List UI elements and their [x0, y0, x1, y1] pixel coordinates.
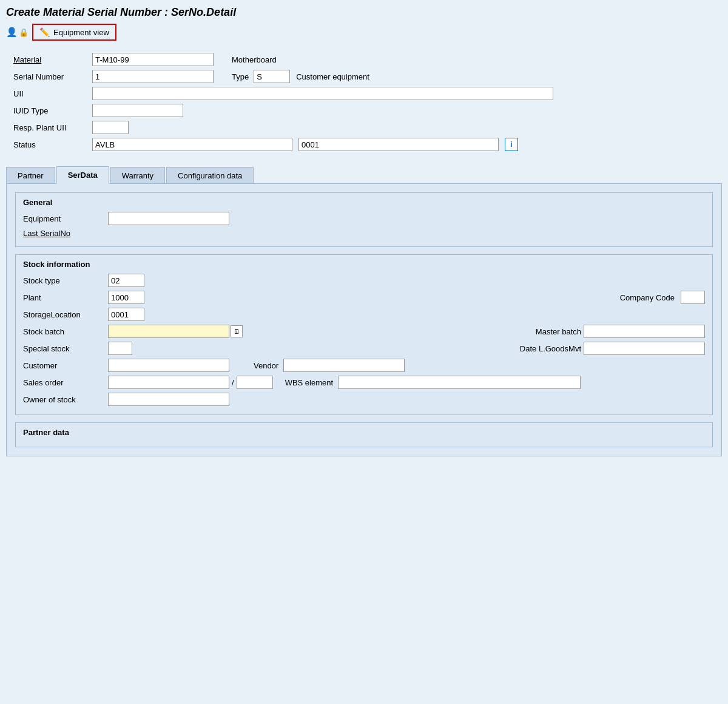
stock-type-row: Stock type — [23, 274, 705, 287]
equipment-view-label: Equipment view — [53, 28, 109, 37]
stock-section: Stock information Stock type Plant Compa… — [15, 254, 713, 415]
type-label: Type — [232, 72, 249, 81]
main-form: Material Motherboard Serial Number Type … — [6, 48, 722, 160]
master-batch-label: Master batch — [536, 327, 581, 336]
sales-order-label: Sales order — [23, 378, 108, 387]
toolbar-icons: 👤 🔒 — [6, 27, 29, 38]
equipment-view-button[interactable]: ✏️ Equipment view — [32, 24, 116, 41]
storage-location-row: StorageLocation — [23, 308, 705, 321]
status-code-input[interactable] — [298, 138, 499, 151]
general-section-title: General — [23, 198, 705, 207]
last-serial-no-label[interactable]: Last SerialNo — [23, 229, 108, 238]
type-input[interactable] — [254, 70, 290, 83]
vendor-input[interactable] — [283, 359, 405, 372]
lock-icon: 🔒 — [19, 28, 29, 37]
owner-of-stock-row: Owner of stock — [23, 393, 705, 406]
wbs-element-input[interactable] — [338, 376, 581, 389]
stock-type-input[interactable] — [108, 274, 144, 287]
toolbar: 👤 🔒 ✏️ Equipment view — [6, 24, 722, 41]
partner-data-title: Partner data — [23, 428, 705, 437]
resp-plant-uii-label: Resp. Plant UII — [13, 123, 92, 132]
status-label: Status — [13, 140, 92, 149]
iuid-type-row: IUID Type — [13, 104, 715, 117]
customer-vendor-row: Customer Vendor — [23, 359, 705, 372]
plant-row: Plant Company Code — [23, 291, 705, 304]
page-title: Create Material Serial Number : SerNo.De… — [6, 6, 722, 19]
date-goods-mvt-label: Date L.GoodsMvt — [520, 344, 581, 353]
storage-location-input[interactable] — [108, 308, 144, 321]
plant-label: Plant — [23, 293, 108, 302]
master-batch-input[interactable] — [584, 325, 705, 338]
stock-type-label: Stock type — [23, 276, 108, 285]
info-button[interactable]: i — [505, 138, 518, 151]
stock-batch-input[interactable] — [108, 325, 229, 338]
tab-content-serdata: General Equipment Last SerialNo Stock in… — [6, 183, 722, 456]
tab-serdata[interactable]: SerData — [56, 166, 109, 184]
iuid-type-label: IUID Type — [13, 106, 92, 115]
tab-warranty[interactable]: Warranty — [110, 167, 165, 184]
general-section: General Equipment Last SerialNo — [15, 192, 713, 247]
uii-input[interactable] — [92, 87, 553, 100]
stock-section-title: Stock information — [23, 260, 705, 269]
material-input[interactable] — [92, 53, 214, 66]
person-icon: 👤 — [6, 27, 18, 38]
partner-data-section: Partner data — [15, 422, 713, 447]
storage-location-label: StorageLocation — [23, 310, 108, 319]
tabs-container: Partner SerData Warranty Configuration d… — [6, 166, 722, 456]
special-stock-input[interactable] — [108, 342, 132, 355]
date-goods-mvt-input[interactable] — [584, 342, 705, 355]
iuid-type-input[interactable] — [92, 104, 183, 117]
uii-row: UII — [13, 87, 715, 100]
owner-of-stock-label: Owner of stock — [23, 395, 108, 404]
equipment-row: Equipment — [23, 212, 705, 225]
serial-number-label: Serial Number — [13, 72, 92, 81]
company-code-label: Company Code — [620, 293, 675, 302]
equipment-input[interactable] — [108, 212, 229, 225]
tab-configuration[interactable]: Configuration data — [166, 167, 254, 184]
material-desc: Motherboard — [232, 55, 277, 64]
stock-batch-label: Stock batch — [23, 327, 108, 336]
slash-separator: / — [232, 378, 234, 387]
stock-batch-row: Stock batch 🗓 Master batch — [23, 325, 705, 338]
wbs-element-label: WBS element — [285, 378, 333, 387]
plant-input[interactable] — [108, 291, 144, 304]
calendar-icon[interactable]: 🗓 — [231, 325, 243, 337]
serial-number-input[interactable] — [92, 70, 214, 83]
sales-order-input[interactable] — [108, 376, 229, 389]
customer-label: Customer — [23, 361, 108, 370]
special-stock-row: Special stock Date L.GoodsMvt — [23, 342, 705, 355]
type-desc: Customer equipment — [296, 72, 369, 81]
resp-plant-uii-row: Resp. Plant UII — [13, 121, 715, 134]
vendor-label: Vendor — [254, 361, 278, 370]
pencil-icon: ✏️ — [39, 27, 50, 37]
uii-label: UII — [13, 89, 92, 98]
status-row: Status i — [13, 138, 715, 151]
material-row: Material Motherboard — [13, 53, 715, 66]
serial-number-row: Serial Number Type Customer equipment — [13, 70, 715, 83]
sales-order-item-input[interactable] — [237, 376, 273, 389]
special-stock-label: Special stock — [23, 344, 108, 353]
material-label[interactable]: Material — [13, 55, 92, 64]
sales-order-row: Sales order / WBS element — [23, 376, 705, 389]
tab-partner[interactable]: Partner — [6, 167, 55, 184]
last-serial-no-row: Last SerialNo — [23, 229, 705, 238]
company-code-input[interactable] — [681, 291, 705, 304]
resp-plant-uii-input[interactable] — [92, 121, 129, 134]
equipment-label: Equipment — [23, 214, 108, 223]
status-input[interactable] — [92, 138, 292, 151]
tabs-header: Partner SerData Warranty Configuration d… — [6, 166, 722, 183]
customer-input[interactable] — [108, 359, 229, 372]
owner-of-stock-input[interactable] — [108, 393, 229, 406]
